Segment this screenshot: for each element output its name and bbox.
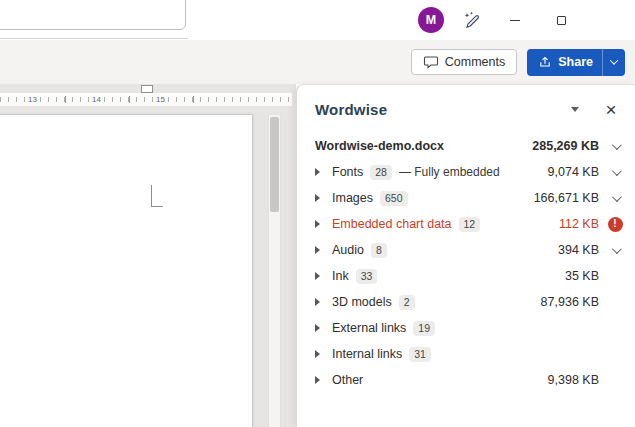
document-page[interactable] bbox=[0, 114, 253, 427]
ruler-tick bbox=[65, 96, 66, 103]
count-badge: 650 bbox=[380, 191, 408, 206]
text-cursor-mark bbox=[151, 185, 163, 207]
expand-triangle-icon[interactable] bbox=[315, 246, 320, 254]
row-label: Ink bbox=[332, 269, 349, 283]
row-label: 3D models bbox=[332, 295, 392, 309]
chevron-down-icon bbox=[610, 56, 618, 64]
scrollbar-thumb[interactable] bbox=[270, 117, 279, 212]
share-button[interactable]: Share bbox=[527, 49, 625, 76]
count-badge: 12 bbox=[459, 217, 481, 232]
resource-row-external-links[interactable]: External links 19 bbox=[297, 315, 635, 341]
expand-triangle-icon[interactable] bbox=[315, 376, 320, 384]
panel-header: Wordwise × bbox=[297, 85, 635, 120]
triangle-down-icon bbox=[571, 107, 579, 112]
row-suffix: — Fully embedded bbox=[399, 165, 500, 179]
avatar-initial: M bbox=[426, 13, 436, 27]
share-dropdown-button[interactable] bbox=[603, 49, 625, 76]
ruler-number: 15 bbox=[154, 94, 167, 105]
chevron-down-icon[interactable] bbox=[611, 192, 621, 202]
indent-marker[interactable] bbox=[141, 85, 153, 93]
resource-row-other[interactable]: Other 9,398 KB bbox=[297, 367, 635, 393]
ruler-number: 13 bbox=[26, 94, 39, 105]
ruler-number: 14 bbox=[90, 94, 103, 105]
row-size: 166,671 KB bbox=[534, 191, 599, 205]
search-box-remnant bbox=[0, 0, 186, 30]
share-main[interactable]: Share bbox=[527, 49, 602, 76]
row-label: Embedded chart data bbox=[332, 217, 452, 231]
row-size: 112 KB bbox=[559, 217, 599, 231]
editor-pen-icon[interactable] bbox=[460, 8, 484, 32]
resource-row-ink[interactable]: Ink 33 35 KB bbox=[297, 263, 635, 289]
panel-title: Wordwise bbox=[315, 101, 550, 118]
share-icon bbox=[538, 55, 552, 69]
resource-row-3d-models[interactable]: 3D models 2 87,936 KB bbox=[297, 289, 635, 315]
word-window: M Comments bbox=[0, 0, 635, 427]
title-bar: M bbox=[0, 0, 635, 40]
count-badge: 19 bbox=[413, 321, 435, 336]
comments-label: Comments bbox=[445, 55, 505, 69]
comment-bubble-icon bbox=[423, 54, 439, 70]
expand-triangle-icon[interactable] bbox=[315, 168, 320, 176]
expand-triangle-icon[interactable] bbox=[315, 194, 320, 202]
resource-row-internal-links[interactable]: Internal links 31 bbox=[297, 341, 635, 367]
expand-triangle-icon[interactable] bbox=[315, 324, 320, 332]
chevron-down-icon[interactable] bbox=[611, 244, 621, 254]
expand-triangle-icon[interactable] bbox=[315, 272, 320, 280]
row-label: Audio bbox=[332, 243, 364, 257]
count-badge: 28 bbox=[370, 165, 392, 180]
titlebar-controls: M bbox=[418, 0, 584, 40]
row-label: Images bbox=[332, 191, 373, 205]
panel-close-button[interactable]: × bbox=[600, 98, 622, 120]
expand-triangle-icon[interactable] bbox=[315, 350, 320, 358]
resource-row-fonts[interactable]: Fonts 28 — Fully embedded 9,074 KB bbox=[297, 159, 635, 185]
document-area: 13 14 15 bbox=[0, 84, 296, 427]
wordwise-panel: Wordwise × Wordwise-demo.docx 285,269 KB… bbox=[296, 84, 635, 427]
row-label: Internal links bbox=[332, 347, 402, 361]
ruler-ticks bbox=[0, 97, 292, 102]
error-icon: ! bbox=[608, 217, 623, 232]
row-size: 9,398 KB bbox=[548, 373, 599, 387]
minimize-icon bbox=[510, 20, 520, 21]
minimize-button[interactable] bbox=[492, 0, 538, 40]
vertical-scrollbar[interactable] bbox=[268, 115, 281, 427]
ribbon-strip: Comments Share bbox=[0, 40, 635, 84]
comments-button[interactable]: Comments bbox=[411, 49, 517, 75]
resource-list: Wordwise-demo.docx 285,269 KB Fonts 28 —… bbox=[297, 133, 635, 393]
row-size: 285,269 KB bbox=[532, 139, 599, 153]
maximize-button[interactable] bbox=[538, 0, 584, 40]
account-avatar[interactable]: M bbox=[418, 7, 444, 33]
row-size: 87,936 KB bbox=[541, 295, 599, 309]
close-icon: × bbox=[605, 100, 616, 119]
row-size: 35 KB bbox=[565, 269, 599, 283]
row-label: Other bbox=[332, 373, 363, 387]
row-label: Wordwise-demo.docx bbox=[315, 139, 444, 153]
chevron-down-icon[interactable] bbox=[611, 166, 621, 176]
ruler-tick bbox=[129, 96, 130, 103]
count-badge: 8 bbox=[371, 243, 387, 258]
row-size: 9,074 KB bbox=[548, 165, 599, 179]
ruler-tick bbox=[193, 96, 194, 103]
count-badge: 33 bbox=[356, 269, 378, 284]
row-label: Fonts bbox=[332, 165, 363, 179]
row-label: External links bbox=[332, 321, 406, 335]
resource-row-audio[interactable]: Audio 8 394 KB bbox=[297, 237, 635, 263]
resource-row-images[interactable]: Images 650 166,671 KB bbox=[297, 185, 635, 211]
ruler[interactable]: 13 14 15 bbox=[0, 93, 292, 106]
expand-triangle-icon[interactable] bbox=[315, 220, 320, 228]
resource-row-chart-data[interactable]: Embedded chart data 12 112 KB ! bbox=[297, 211, 635, 237]
maximize-icon bbox=[557, 16, 566, 25]
remnant-divider bbox=[0, 38, 188, 39]
row-size: 394 KB bbox=[558, 243, 599, 257]
pane-options-button[interactable] bbox=[564, 98, 586, 120]
count-badge: 2 bbox=[399, 295, 415, 310]
count-badge: 31 bbox=[409, 347, 431, 362]
chevron-down-icon[interactable] bbox=[611, 140, 621, 150]
share-label: Share bbox=[558, 55, 593, 69]
expand-triangle-icon[interactable] bbox=[315, 298, 320, 306]
document-summary-row[interactable]: Wordwise-demo.docx 285,269 KB bbox=[297, 133, 635, 159]
